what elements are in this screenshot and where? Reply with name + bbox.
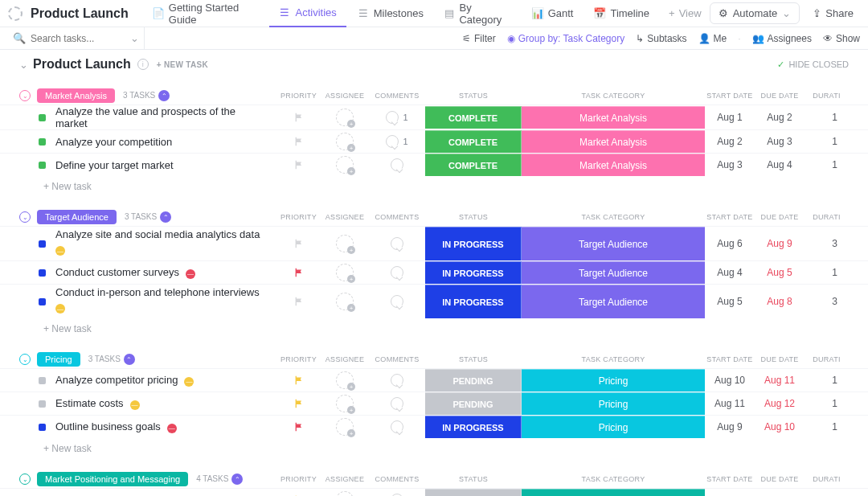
col-category[interactable]: TASK CATEGORY [522, 213, 705, 221]
status-cell[interactable]: IN PROGRESS [425, 227, 522, 260]
category-cell[interactable]: Pricing [522, 416, 705, 438]
start-date-cell[interactable]: Aug 5 [705, 296, 755, 307]
app-logo[interactable] [8, 6, 23, 21]
due-date-cell[interactable]: Aug 9 [755, 238, 805, 249]
status-cell[interactable]: COMPLETE [425, 106, 522, 129]
status-square[interactable] [39, 240, 46, 248]
start-date-cell[interactable]: Aug 2 [705, 136, 755, 147]
subtasks-button[interactable]: ↳Subtasks [636, 33, 686, 44]
comments-cell[interactable]: 1 [369, 111, 425, 124]
col-category[interactable]: TASK CATEGORY [522, 92, 705, 100]
col-category[interactable]: TASK CATEGORY [522, 475, 705, 483]
task-name[interactable]: Outline business goals [55, 420, 161, 432]
assignee-cell[interactable] [321, 293, 369, 310]
search-input[interactable] [31, 33, 125, 44]
task-row[interactable]: Complete the messaging framework—PENDING… [0, 488, 868, 496]
comments-cell[interactable] [369, 237, 425, 250]
task-name[interactable]: Define your target market [55, 159, 174, 171]
duration-cell[interactable]: 1 [805, 136, 849, 147]
priority-cell[interactable] [276, 238, 321, 249]
due-date-cell[interactable]: Aug 5 [755, 267, 805, 278]
col-due-date[interactable]: DUE DATE [755, 355, 805, 363]
assignee-cell[interactable] [321, 418, 369, 436]
chevron-down-icon[interactable]: ⌄ [130, 32, 139, 44]
share-button[interactable]: ⇪Share [806, 3, 860, 23]
status-square[interactable] [39, 424, 46, 431]
category-cell[interactable]: Target Audience [522, 285, 705, 318]
assignee-avatar[interactable] [336, 109, 354, 126]
assignee-avatar[interactable] [336, 235, 354, 252]
duration-cell[interactable]: 1 [805, 159, 849, 170]
col-start-date[interactable]: START DATE [705, 355, 755, 363]
task-row[interactable]: Define your target marketCOMPLETEMarket … [0, 153, 868, 176]
col-due-date[interactable]: DUE DATE [755, 475, 805, 483]
start-date-cell[interactable]: Aug 4 [705, 267, 755, 278]
col-priority[interactable]: PRIORITY [276, 355, 321, 363]
assignee-avatar[interactable] [336, 264, 354, 281]
col-comments[interactable]: COMMENTS [369, 213, 425, 221]
status-cell[interactable]: PENDING [425, 392, 522, 415]
task-name[interactable]: Analyze your competition [55, 136, 172, 148]
col-comments[interactable]: COMMENTS [369, 355, 425, 363]
col-priority[interactable]: PRIORITY [276, 475, 321, 483]
filter-button[interactable]: ⚟Filter [462, 33, 496, 44]
col-due-date[interactable]: DUE DATE [755, 92, 805, 100]
view-tab-activities[interactable]: ☰Activities [269, 0, 346, 27]
col-due-date[interactable]: DUE DATE [755, 213, 805, 221]
due-date-cell[interactable]: Aug 10 [755, 421, 805, 432]
task-row[interactable]: Analyze site and social media analytics … [0, 226, 868, 260]
category-cell[interactable]: Market Analysis [522, 130, 705, 153]
col-duration[interactable]: DURATI [805, 213, 849, 221]
start-date-cell[interactable]: Aug 1 [705, 112, 755, 123]
group-label[interactable]: Pricing [37, 352, 80, 367]
duration-cell[interactable]: 1 [805, 421, 849, 432]
status-cell[interactable]: COMPLETE [425, 154, 522, 176]
assignee-cell[interactable] [321, 109, 369, 126]
comments-cell[interactable] [369, 158, 425, 171]
priority-cell[interactable] [276, 267, 321, 278]
priority-cell[interactable] [276, 112, 321, 123]
task-row[interactable]: Conduct in-person and telephone intervie… [0, 284, 868, 318]
priority-cell[interactable] [276, 398, 321, 409]
duration-cell[interactable]: 1 [805, 267, 849, 278]
task-name[interactable]: Analyze competitor pricing [55, 374, 178, 386]
assignee-cell[interactable] [321, 133, 369, 150]
category-cell[interactable]: Market Analysis [522, 106, 705, 129]
task-name[interactable]: Conduct in-person and telephone intervie… [55, 286, 260, 298]
status-cell[interactable]: IN PROGRESS [425, 285, 522, 318]
col-assignee[interactable]: ASSIGNEE [321, 355, 369, 363]
status-square[interactable] [39, 138, 46, 146]
view-tab-gantt[interactable]: 📊Gantt [522, 0, 583, 27]
priority-cell[interactable] [276, 296, 321, 307]
due-date-cell[interactable]: Aug 11 [755, 375, 805, 386]
col-start-date[interactable]: START DATE [705, 475, 755, 483]
task-name[interactable]: Analyze the value and prospects of the m… [55, 105, 235, 129]
priority-cell[interactable] [276, 136, 321, 147]
status-square[interactable] [39, 114, 46, 121]
col-priority[interactable]: PRIORITY [276, 92, 321, 100]
priority-cell[interactable] [276, 421, 321, 432]
assignees-button[interactable]: 👥Assignees [752, 33, 812, 44]
duration-cell[interactable]: 3 [805, 296, 849, 307]
duration-cell[interactable]: 1 [805, 398, 849, 409]
duration-cell[interactable]: 1 [805, 375, 849, 386]
group-by-button[interactable]: ◉Group by: Task Category [507, 33, 625, 44]
due-date-cell[interactable]: Aug 3 [755, 136, 805, 147]
col-assignee[interactable]: ASSIGNEE [321, 475, 369, 483]
start-date-cell[interactable]: Aug 6 [705, 238, 755, 249]
comments-cell[interactable] [369, 420, 425, 433]
task-row[interactable]: Analyze the value and prospects of the m… [0, 105, 868, 129]
priority-cell[interactable] [276, 159, 321, 170]
comments-cell[interactable] [369, 397, 425, 410]
info-icon[interactable]: i [137, 59, 149, 70]
view-tab-by-category[interactable]: ▤By Category [435, 0, 521, 27]
automate-button[interactable]: ⚙Automate⌄ [710, 2, 800, 24]
assignee-cell[interactable] [321, 371, 369, 389]
task-row[interactable]: Estimate costs—PENDINGPricingAug 11Aug 1… [0, 391, 868, 415]
chevron-down-icon[interactable]: ⌄ [19, 59, 28, 71]
col-priority[interactable]: PRIORITY [276, 213, 321, 221]
col-status[interactable]: STATUS [425, 355, 522, 363]
task-row[interactable]: Analyze competitor pricing—PENDINGPricin… [0, 368, 868, 391]
group-label[interactable]: Market Positioning and Messaging [37, 472, 188, 486]
assignee-avatar[interactable] [336, 395, 354, 412]
